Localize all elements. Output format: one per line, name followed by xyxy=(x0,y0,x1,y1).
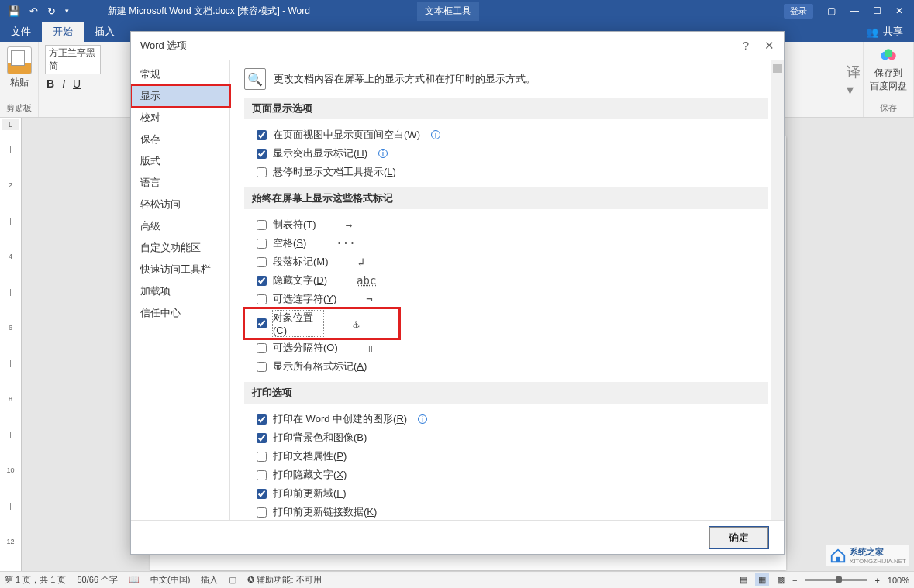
opt-print-drawings[interactable]: 打印在 Word 中创建的图形(R)i xyxy=(244,410,768,428)
nav-general[interactable]: 常规 xyxy=(131,64,229,85)
nav-proofing[interactable]: 校对 xyxy=(131,107,229,129)
chk-break[interactable] xyxy=(257,343,267,353)
italic-button[interactable]: I xyxy=(62,77,65,90)
chk-print-bg[interactable] xyxy=(257,433,267,443)
opt-print-update-links[interactable]: 打印前更新链接数据(K) xyxy=(244,503,768,520)
chk-print-update-fields[interactable] xyxy=(257,489,267,499)
section-page-display: 页面显示选项 xyxy=(244,98,768,119)
accessibility-status[interactable]: ✪ 辅助功能: 不可用 xyxy=(247,574,321,586)
chk-all-marks[interactable] xyxy=(257,362,267,372)
chk-whitespace[interactable] xyxy=(257,130,267,140)
language-status[interactable]: 中文(中国) xyxy=(150,574,190,586)
dialog-nav: 常规 显示 校对 保存 版式 语言 轻松访问 高级 自定义功能区 快速访问工具栏… xyxy=(131,60,230,520)
chk-tab[interactable] xyxy=(257,220,267,230)
opt-print-update-fields[interactable]: 打印前更新域(F) xyxy=(244,484,768,503)
save-icon[interactable]: 💾 xyxy=(8,5,20,17)
opt-paragraph[interactable]: 段落标记(M)↲ xyxy=(244,253,768,271)
opt-highlight[interactable]: 显示突出显示标记(H)i xyxy=(244,144,768,163)
word-count[interactable]: 50/66 个字 xyxy=(77,574,118,586)
chk-print-drawings[interactable] xyxy=(257,414,267,425)
nav-language[interactable]: 语言 xyxy=(131,172,229,194)
dialog-title-text: Word 选项 xyxy=(140,39,187,53)
zoom-percent[interactable]: 100% xyxy=(888,576,909,585)
spellcheck-icon[interactable]: 📖 xyxy=(129,575,140,585)
nav-addins[interactable]: 加载项 xyxy=(131,280,229,302)
ok-button[interactable]: 确定 xyxy=(709,527,768,548)
baidu-save-group: 保存到 百度网盘 保存 xyxy=(864,42,914,117)
dialog-close-icon[interactable]: ✕ xyxy=(764,39,774,53)
opt-break[interactable]: 可选分隔符(O)▯ xyxy=(244,339,768,357)
nav-advanced[interactable]: 高级 xyxy=(131,215,229,237)
close-icon[interactable]: ✕ xyxy=(895,5,903,16)
opt-anchor[interactable]: 对象位置(C)⚓ xyxy=(244,308,399,339)
minimize-icon[interactable]: — xyxy=(850,5,859,16)
chk-paragraph[interactable] xyxy=(257,257,267,267)
nav-layout[interactable]: 版式 xyxy=(131,150,229,172)
opt-all-marks[interactable]: 显示所有格式标记(A) xyxy=(244,357,768,376)
dialog-footer: 确定 xyxy=(131,520,784,554)
chk-anchor[interactable] xyxy=(257,318,267,328)
page-status[interactable]: 第 1 页，共 1 页 xyxy=(5,574,66,586)
dialog-content: 🔍 更改文档内容在屏幕上的显示方式和在打印时的显示方式。 页面显示选项 在页面视… xyxy=(230,60,784,520)
bold-button[interactable]: B xyxy=(47,77,54,90)
print-layout-icon[interactable]: ▦ xyxy=(755,573,769,586)
baidu-cloud-icon[interactable] xyxy=(878,45,899,67)
dialog-scrollbar[interactable] xyxy=(771,60,784,520)
opt-space[interactable]: 空格(S)··· xyxy=(244,234,768,253)
font-name-box[interactable]: 方正兰亭黑简 xyxy=(45,45,101,74)
info-icon[interactable]: i xyxy=(418,414,427,424)
word-options-dialog: Word 选项 ? ✕ 常规 显示 校对 保存 版式 语言 轻松访问 高级 自定… xyxy=(130,31,785,555)
nav-quick-access-toolbar[interactable]: 快速访问工具栏 xyxy=(131,259,229,280)
help-icon[interactable]: ? xyxy=(743,39,749,53)
zoom-in-icon[interactable]: + xyxy=(874,576,879,585)
paste-icon xyxy=(7,46,32,74)
chk-print-update-links[interactable] xyxy=(257,507,267,518)
watermark-url: XITONGZHIJIA.NET xyxy=(850,558,906,565)
nav-ease-of-access[interactable]: 轻松访问 xyxy=(131,194,229,215)
tab-file[interactable]: 文件 xyxy=(0,22,42,42)
zoom-out-icon[interactable]: − xyxy=(792,576,797,585)
web-layout-icon[interactable]: ▩ xyxy=(777,575,785,585)
maximize-icon[interactable]: ☐ xyxy=(873,5,881,16)
section-format-marks: 始终在屏幕上显示这些格式标记 xyxy=(244,187,768,209)
opt-tab[interactable]: 制表符(T)→ xyxy=(244,215,768,234)
textbox-tools-tab[interactable]: 文本框工具 xyxy=(417,2,479,21)
opt-hidden-text[interactable]: 隐藏文字(D)abc xyxy=(244,271,768,290)
zoom-slider[interactable] xyxy=(805,579,867,581)
opt-print-props[interactable]: 打印文档属性(P) xyxy=(244,447,768,466)
opt-print-hidden[interactable]: 打印隐藏文字(X) xyxy=(244,466,768,484)
clipboard-group: 粘贴 剪贴板 xyxy=(0,42,39,117)
insert-mode[interactable]: 插入 xyxy=(201,574,218,586)
redo-icon[interactable]: ↻ xyxy=(47,5,56,17)
login-button[interactable]: 登录 xyxy=(784,4,813,19)
macro-icon[interactable]: ▢ xyxy=(229,575,236,585)
tab-insert[interactable]: 插入 xyxy=(84,22,126,42)
nav-customize-ribbon[interactable]: 自定义功能区 xyxy=(131,237,229,259)
chk-highlight[interactable] xyxy=(257,149,267,159)
opt-tooltip[interactable]: 悬停时显示文档工具提示(L) xyxy=(244,163,768,181)
chk-hyphen[interactable] xyxy=(257,294,267,304)
chk-hidden[interactable] xyxy=(257,276,267,286)
nav-trust-center[interactable]: 信任中心 xyxy=(131,302,229,324)
tab-home[interactable]: 开始 xyxy=(42,22,84,42)
undo-icon[interactable]: ↶ xyxy=(29,5,38,17)
chk-print-props[interactable] xyxy=(257,452,267,462)
nav-display[interactable]: 显示 xyxy=(131,85,229,107)
paste-button[interactable]: 粘贴 xyxy=(6,45,32,89)
house-icon xyxy=(829,547,847,564)
qat-dropdown-icon[interactable]: ▾ xyxy=(65,7,69,15)
font-group: 方正兰亭黑简 B I U xyxy=(39,42,105,117)
share-button[interactable]: 共享 xyxy=(883,25,903,39)
nav-save[interactable]: 保存 xyxy=(131,129,229,150)
opt-print-bg[interactable]: 打印背景色和图像(B) xyxy=(244,428,768,447)
chk-space[interactable] xyxy=(257,239,267,249)
info-icon[interactable]: i xyxy=(431,130,440,139)
ribbon-options-icon[interactable]: ▢ xyxy=(827,5,836,16)
underline-button[interactable]: U xyxy=(73,77,81,90)
chk-tooltip[interactable] xyxy=(257,167,267,177)
opt-hyphen[interactable]: 可选连字符(Y)¬ xyxy=(244,290,768,308)
info-icon[interactable]: i xyxy=(378,149,388,158)
opt-whitespace[interactable]: 在页面视图中显示页面间空白(W)i xyxy=(244,126,768,144)
chk-print-hidden[interactable] xyxy=(257,470,267,480)
read-mode-icon[interactable]: ▤ xyxy=(740,575,747,585)
